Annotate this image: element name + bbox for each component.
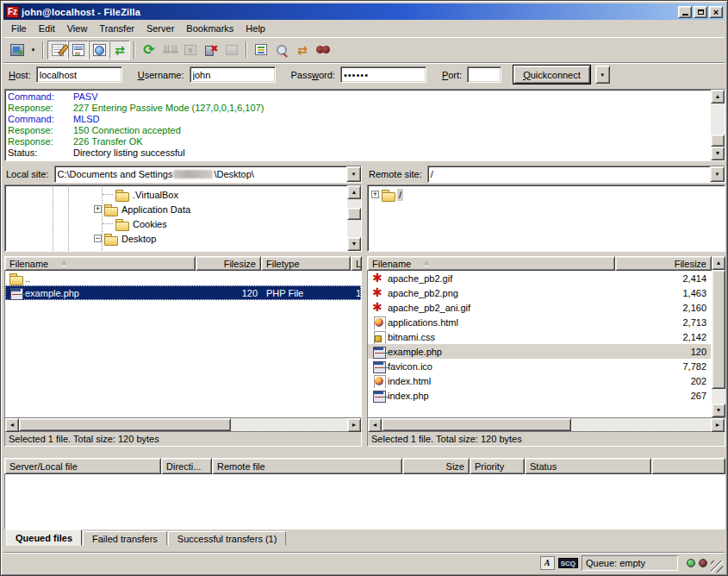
file-row[interactable]: applications.html 2,713 — [368, 315, 711, 329]
scroll-up-icon[interactable]: ▲ — [347, 185, 361, 199]
collapse-minus-icon[interactable]: − — [94, 235, 102, 242]
process-queue-button[interactable]: ⇊⇊ — [159, 41, 180, 59]
column-header-priority[interactable]: Priority — [470, 458, 525, 474]
file-row-parent-dir[interactable]: .. — [5, 271, 361, 285]
file-row[interactable]: index.html 202 — [368, 373, 711, 388]
remote-vertical-scrollbar[interactable]: ▲ ▼ — [712, 256, 725, 417]
refresh-button[interactable]: ⟳ — [139, 41, 159, 59]
remote-horizontal-scrollbar[interactable]: ◄ ► — [367, 417, 725, 431]
file-row[interactable]: apache_pb2.png 1,463 — [368, 285, 711, 300]
tree-item-root[interactable]: + / — [368, 187, 725, 202]
close-button[interactable]: × — [709, 6, 723, 18]
synchronized-browsing-button[interactable]: ⇄ — [292, 41, 313, 59]
scroll-right-icon[interactable]: ► — [347, 418, 361, 432]
tree-item-virtualbox[interactable]: .VirtualBox — [5, 187, 347, 202]
menu-view[interactable]: View — [61, 22, 94, 35]
username-input[interactable] — [190, 66, 276, 83]
file-row[interactable]: bitnami.css 2,142 — [368, 329, 711, 344]
site-manager-icon — [10, 44, 24, 56]
expand-plus-icon[interactable]: + — [371, 191, 379, 198]
menu-server[interactable]: Server — [140, 22, 180, 35]
toggle-remote-tree-button[interactable] — [89, 41, 109, 59]
scroll-left-icon[interactable]: ◄ — [5, 418, 19, 432]
tree-item-desktop[interactable]: − Desktop — [5, 231, 347, 246]
file-row[interactable]: apache_pb2.gif 2,414 — [368, 271, 711, 285]
site-manager-button[interactable] — [7, 41, 28, 59]
expand-plus-icon[interactable]: + — [94, 205, 102, 213]
resize-grip[interactable] — [711, 560, 723, 573]
scroll-down-icon[interactable]: ▼ — [711, 147, 725, 160]
column-header-size[interactable]: Size — [402, 458, 470, 474]
local-horizontal-scrollbar[interactable]: ◄ ► — [4, 417, 362, 431]
disconnect-button[interactable] — [201, 41, 221, 59]
scroll-up-icon[interactable]: ▲ — [712, 256, 725, 270]
column-header-last-modified[interactable]: L — [351, 256, 362, 271]
local-site-row: Local site: C:\Documents and Settings\De… — [4, 165, 362, 184]
local-site-combobox[interactable]: C:\Documents and Settings\Desktop\ ▼ — [54, 166, 362, 183]
host-input[interactable] — [36, 66, 122, 83]
file-row[interactable]: favicon.ico 7,782 — [368, 359, 711, 373]
cancel-operation-button[interactable]: x — [180, 41, 201, 59]
scroll-up-icon[interactable]: ▲ — [711, 90, 725, 103]
remote-site-combobox[interactable]: / ▼ — [427, 166, 725, 183]
folder-icon — [382, 189, 395, 201]
find-files-button[interactable] — [313, 41, 333, 59]
port-label: Port: — [442, 70, 462, 80]
file-row[interactable]: apache_pb2_ani.gif 2,160 — [368, 300, 711, 315]
column-header-remote-file[interactable]: Remote file — [212, 458, 402, 474]
site-manager-dropdown[interactable]: ▼ — [28, 41, 39, 59]
column-header-filesize[interactable]: Filesize — [615, 256, 712, 271]
scrollbar-thumb[interactable] — [711, 135, 725, 147]
directory-comparison-button[interactable] — [271, 41, 292, 59]
scrollbar-thumb[interactable] — [382, 418, 571, 431]
scroll-down-icon[interactable]: ▼ — [347, 237, 361, 251]
column-header-filesize[interactable]: Filesize — [196, 256, 261, 271]
column-header-filename[interactable]: Filename▲ — [367, 256, 615, 271]
speed-limit-icon[interactable]: SCQ — [558, 558, 578, 568]
scroll-down-icon[interactable]: ▼ — [712, 404, 725, 417]
combobox-dropdown-icon[interactable]: ▼ — [710, 166, 725, 182]
minimize-button[interactable] — [678, 6, 692, 18]
local-file-list: Filename▲ Filesize Filetype L .. example… — [4, 256, 362, 447]
redacted-username — [173, 170, 213, 178]
reconnect-button[interactable] — [221, 41, 242, 59]
tab-successful-transfers[interactable]: Successful transfers (1) — [168, 531, 287, 546]
column-header-direction[interactable]: Directi... — [161, 458, 212, 474]
scroll-right-icon[interactable]: ► — [711, 418, 725, 432]
column-header-filetype[interactable]: Filetype — [261, 256, 351, 271]
column-header-status[interactable]: Status — [525, 458, 651, 474]
port-input[interactable] — [467, 66, 501, 83]
data-type-indicator-icon[interactable]: A — [540, 556, 555, 570]
scrollbar-thumb[interactable] — [712, 270, 725, 389]
tab-failed-transfers[interactable]: Failed transfers — [83, 531, 167, 546]
scrollbar-thumb[interactable] — [347, 208, 361, 220]
remote-tree-icon — [93, 44, 106, 56]
scroll-left-icon[interactable]: ◄ — [368, 418, 382, 432]
combobox-dropdown-icon[interactable]: ▼ — [346, 166, 361, 182]
menu-transfer[interactable]: Transfer — [93, 22, 140, 35]
menu-edit[interactable]: Edit — [33, 22, 61, 35]
php-file-icon — [372, 346, 386, 358]
log-scrollbar[interactable]: ▲ ▼ — [711, 90, 725, 160]
tab-queued-files[interactable]: Queued files — [6, 529, 82, 546]
toggle-local-tree-button[interactable] — [68, 41, 89, 59]
file-row-example-php[interactable]: example.php 120 — [368, 344, 711, 359]
file-row[interactable]: index.php 267 — [368, 388, 711, 403]
quickconnect-dropdown[interactable]: ▼ — [595, 66, 610, 84]
menu-file[interactable]: File — [5, 22, 33, 35]
tree-item-cookies[interactable]: Cookies — [5, 216, 347, 231]
scrollbar-thumb[interactable] — [19, 418, 231, 431]
password-input[interactable] — [340, 66, 426, 83]
column-header-server-local-file[interactable]: Server/Local file — [4, 458, 161, 474]
menu-help[interactable]: Help — [240, 22, 271, 35]
local-tree-scrollbar[interactable]: ▲ ▼ — [347, 185, 361, 251]
maximize-button[interactable] — [694, 6, 707, 18]
directory-filters-button[interactable] — [251, 41, 271, 59]
menu-bookmarks[interactable]: Bookmarks — [180, 22, 240, 35]
quickconnect-button[interactable]: Quickconnect — [513, 66, 590, 84]
column-header-filename[interactable]: Filename▲ — [4, 256, 196, 271]
toggle-message-log-button[interactable] — [47, 41, 68, 59]
file-row-example-php[interactable]: example.php 120 PHP File 1 — [5, 285, 361, 300]
tree-item-application-data[interactable]: + Application Data — [5, 202, 347, 216]
toggle-queue-button[interactable]: ⇄ — [109, 41, 130, 59]
